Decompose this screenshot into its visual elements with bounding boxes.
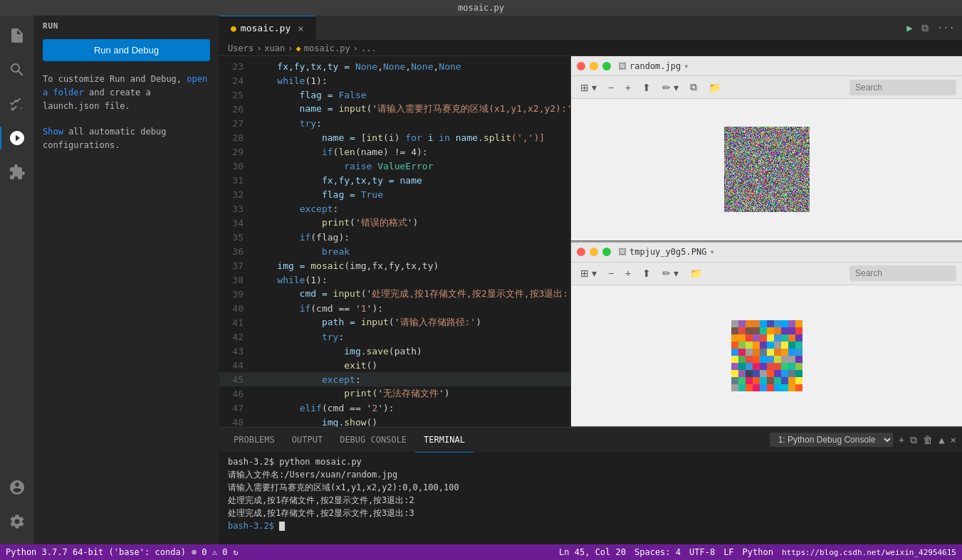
line-content: except:	[255, 374, 361, 385]
code-line-46: 46 print('无法存储文件')	[219, 386, 570, 401]
settings-icon[interactable]	[0, 504, 34, 539]
line-content: print('无法存储文件')	[255, 387, 450, 400]
sidebar-text1: To customize Run and Debug,	[43, 74, 182, 84]
line-number: 42	[219, 332, 255, 342]
breadcrumb-file[interactable]: mosaic.py	[304, 43, 350, 53]
code-line-47: 47 elif(cmd == '2'):	[219, 401, 570, 415]
code-line-23: 23 fx,fy,tx,ty = None,None,None,None	[219, 59, 570, 73]
breadcrumb-users[interactable]: Users	[228, 43, 253, 53]
toolbar-zoom-out-2[interactable]: −	[605, 266, 617, 280]
image-titlebar-2: 🖼 tmpjuy_y0g5.PNG ▾	[571, 243, 962, 263]
status-url[interactable]: https://blog.csdh.net/weixin_42954615	[782, 548, 956, 557]
toolbar-folder-2[interactable]: 📁	[686, 266, 706, 280]
tab-debug-console[interactable]: DEBUG CONSOLE	[331, 428, 415, 453]
line-content: if(cmd == '1'):	[255, 303, 383, 314]
window-maximize-2[interactable]	[602, 248, 611, 256]
more-actions-icon[interactable]: ···	[936, 21, 956, 35]
code-line-24: 24 while(1):	[219, 73, 570, 88]
breadcrumb-more[interactable]: ...	[361, 43, 377, 53]
code-line-36: 36 break	[219, 244, 570, 258]
window-close-2[interactable]	[577, 248, 585, 256]
status-language[interactable]: Python	[743, 547, 773, 557]
tab-output[interactable]: OUTPUT	[283, 428, 331, 453]
breadcrumb-xuan[interactable]: xuan	[264, 43, 285, 53]
toolbar-edit-1[interactable]: ✏ ▾	[659, 80, 682, 95]
toolbar-view-btn-1[interactable]: ⊞ ▾	[577, 80, 600, 95]
code-editor[interactable]: 23 fx,fy,tx,ty = None,None,None,None24 w…	[219, 56, 570, 427]
toolbar-zoom-in-2[interactable]: +	[622, 266, 634, 280]
terminal-add-icon[interactable]: +	[899, 434, 904, 445]
search-activity-icon[interactable]	[0, 53, 34, 87]
line-content: flag = False	[255, 90, 367, 100]
toolbar-zoom-in-1[interactable]: +	[622, 80, 634, 95]
status-encoding[interactable]: UTF-8	[689, 547, 715, 557]
status-sync[interactable]: ↻	[233, 547, 238, 557]
status-ln-col[interactable]: Ln 45, Col 20	[559, 547, 626, 557]
status-right: Ln 45, Col 20 Spaces: 4 UTF-8 LF Python …	[559, 547, 956, 557]
line-content: fx,fy,tx,ty = None,None,None,None	[255, 61, 461, 72]
code-line-37: 37 img = mosaic(img,fx,fy,tx,ty)	[219, 258, 570, 273]
terminal-close-icon[interactable]: ×	[951, 434, 956, 445]
terminal-maximize-icon[interactable]: ▲	[939, 434, 944, 445]
sidebar-auto-debug: Show all automatic debug configurations.	[34, 122, 219, 155]
account-icon[interactable]	[0, 470, 34, 504]
terminal-line: 请输入文件名:/Users/xuan/random.jpg	[228, 468, 953, 481]
toolbar-view-btn-2[interactable]: ⊞ ▾	[577, 266, 600, 280]
image-viewer-2: 🖼 tmpjuy_y0g5.PNG ▾ ⊞ ▾ − + ⬆ ✏ ▾ 📁	[571, 241, 962, 428]
line-number: 30	[219, 161, 255, 171]
status-python-version[interactable]: Python 3.7.7 64-bit ('base': conda)	[6, 547, 186, 557]
run-debug-button[interactable]: Run and Debug	[43, 39, 210, 61]
tab-mosaic-py[interactable]: ● mosaic.py ×	[219, 16, 316, 41]
status-errors[interactable]: ⊗ 0 ⚠ 0	[192, 547, 228, 557]
line-content: img.save(path)	[255, 346, 422, 356]
terminal-content[interactable]: bash-3.2$ python mosaic.py请输入文件名:/Users/…	[219, 453, 962, 544]
terminal-split-icon[interactable]: ⧉	[910, 434, 917, 446]
run-action-icon[interactable]: ▶	[905, 21, 914, 35]
line-content: if(flag):	[255, 232, 350, 243]
toolbar-zoom-out-1[interactable]: −	[605, 80, 617, 95]
image-toolbar-2: ⊞ ▾ − + ⬆ ✏ ▾ 📁	[571, 263, 962, 285]
line-number: 28	[219, 132, 255, 143]
line-number: 26	[219, 104, 255, 115]
noise-image	[724, 127, 810, 212]
tab-close-icon[interactable]: ×	[298, 23, 303, 34]
image-search-2[interactable]	[849, 265, 956, 281]
status-line-ending[interactable]: LF	[723, 547, 733, 557]
title-bar: mosaic.py	[0, 0, 962, 16]
window-minimize-1[interactable]	[590, 62, 598, 70]
line-content: cmd = input('处理完成,按1存储文件,按2显示文件,按3退出:')	[255, 287, 570, 300]
line-number: 48	[219, 417, 255, 428]
extensions-icon[interactable]	[0, 155, 34, 189]
status-spaces[interactable]: Spaces: 4	[634, 547, 681, 557]
show-link[interactable]: Show	[43, 127, 63, 137]
code-line-34: 34 print('错误的格式')	[219, 216, 570, 230]
toolbar-more-1[interactable]: ⧉	[686, 80, 701, 95]
image-search-1[interactable]	[849, 80, 956, 95]
files-icon[interactable]	[0, 19, 34, 53]
line-content: while(1):	[255, 75, 328, 86]
line-number: 27	[219, 118, 255, 129]
toolbar-share-1[interactable]: ⬆	[639, 80, 654, 95]
line-number: 24	[219, 75, 255, 86]
source-control-icon[interactable]	[0, 87, 34, 121]
run-debug-icon[interactable]	[0, 121, 34, 155]
window-minimize-2[interactable]	[590, 248, 598, 256]
line-number: 47	[219, 403, 255, 413]
window-close-1[interactable]	[577, 62, 585, 70]
code-line-28: 28 name = [int(i) for i in name.split(',…	[219, 130, 570, 144]
toolbar-share-2[interactable]: ⬆	[639, 266, 654, 280]
line-content: try:	[255, 118, 322, 129]
tab-terminal[interactable]: TERMINAL	[415, 428, 474, 453]
terminal-line: 处理完成,按1存储文件,按2显示文件,按3退出:3	[228, 507, 953, 519]
line-number: 41	[219, 317, 255, 328]
toolbar-folder-1[interactable]: 📁	[705, 80, 724, 95]
code-line-29: 29 if(len(name) != 4):	[219, 144, 570, 159]
window-maximize-1[interactable]	[602, 62, 611, 70]
toolbar-edit-2[interactable]: ✏ ▾	[659, 266, 682, 280]
split-editor-icon[interactable]: ⧉	[920, 21, 930, 36]
tab-problems[interactable]: PROBLEMS	[225, 428, 283, 453]
tab-actions: ▶ ⧉ ···	[905, 21, 962, 36]
terminal-trash-icon[interactable]: 🗑	[923, 434, 933, 445]
terminal-selector[interactable]: 1: Python Debug Console	[770, 433, 893, 447]
line-content: name = [int(i) for i in name.split(',')]	[255, 132, 545, 143]
